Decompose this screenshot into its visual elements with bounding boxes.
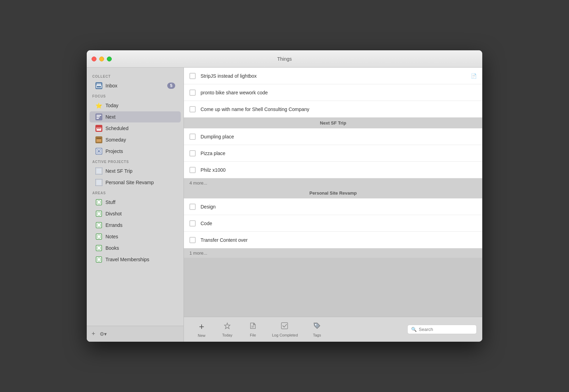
titlebar: Things: [87, 50, 482, 68]
sidebar-scroll: COLLECT Inbox 5 FOCUS: [87, 68, 184, 326]
task-row[interactable]: StripJS instead of lightbox 📄: [184, 68, 482, 84]
window-title: Things: [277, 56, 292, 62]
sidebar-item-next[interactable]: Next: [90, 111, 181, 122]
new-icon: +: [199, 321, 204, 332]
tags-label: Tags: [313, 333, 321, 337]
task-row[interactable]: Design: [184, 198, 482, 215]
task-text-2: pronto bike share wework code: [201, 90, 477, 95]
new-label: New: [198, 333, 205, 338]
tags-icon: [313, 322, 321, 332]
log-completed-button[interactable]: Log Completed: [266, 320, 304, 339]
tags-button[interactable]: Tags: [305, 320, 329, 339]
stuff-label: Stuff: [105, 199, 175, 205]
svg-rect-1: [96, 84, 101, 84]
task-row[interactable]: pronto bike share wework code: [184, 84, 482, 101]
sidebar: COLLECT Inbox 5 FOCUS: [87, 68, 184, 342]
inbox-icon-wrap: [95, 82, 103, 90]
task-checkbox-5[interactable]: [189, 150, 196, 156]
task-checkbox-7[interactable]: [189, 204, 196, 210]
task-row[interactable]: Dumpling place: [184, 128, 482, 145]
today-button[interactable]: Today: [215, 320, 239, 339]
task-checkbox-6[interactable]: [189, 167, 196, 173]
active-projects-header: ACTIVE PROJECTS: [87, 157, 184, 165]
sidebar-item-scheduled[interactable]: Scheduled: [90, 123, 181, 134]
sidebar-item-someday[interactable]: Someday: [90, 134, 181, 145]
task-row[interactable]: Transfer Content over: [184, 232, 482, 248]
someday-label: Someday: [105, 137, 175, 143]
sidebar-item-inbox[interactable]: Inbox 5: [90, 80, 181, 91]
personal-site-revamp-icon: [95, 179, 103, 186]
search-input[interactable]: [419, 327, 473, 332]
scheduled-label: Scheduled: [105, 126, 175, 131]
books-label: Books: [105, 245, 175, 251]
sidebar-item-errands[interactable]: Errands: [90, 220, 181, 231]
next-sf-trip-label: Next SF Trip: [105, 168, 175, 174]
task-row[interactable]: Philz x1000: [184, 162, 482, 178]
today-label: Today: [105, 103, 175, 108]
today-toolbar-label: Today: [222, 333, 232, 337]
file-label: File: [250, 333, 256, 337]
task-text-7: Design: [201, 204, 477, 210]
personal-site-revamp-more[interactable]: 1 more...: [184, 248, 482, 258]
personal-site-revamp-label: Personal Site Revamp: [105, 180, 175, 185]
svg-rect-12: [97, 128, 98, 129]
task-checkbox-3[interactable]: [189, 106, 196, 112]
areas-header: AREAS: [87, 188, 184, 196]
content-area: StripJS instead of lightbox 📄 pronto bik…: [184, 68, 482, 342]
sidebar-item-divshot[interactable]: Divshot: [90, 208, 181, 219]
errands-icon: [95, 221, 103, 229]
task-checkbox-4[interactable]: [189, 134, 196, 140]
sidebar-item-today[interactable]: ⭐ Today: [90, 100, 181, 111]
svg-point-28: [315, 324, 316, 325]
new-button[interactable]: + New: [189, 319, 214, 340]
svg-rect-14: [100, 128, 101, 129]
add-button[interactable]: +: [92, 330, 95, 338]
today-toolbar-icon: [223, 322, 231, 332]
svg-rect-13: [99, 128, 100, 129]
next-sf-trip-more[interactable]: 4 more...: [184, 178, 482, 188]
main-content: COLLECT Inbox 5 FOCUS: [87, 68, 482, 342]
task-row[interactable]: Come up with name for Shell Consulting C…: [184, 101, 482, 118]
projects-icon: [95, 147, 103, 155]
task-text-1: StripJS instead of lightbox: [201, 73, 468, 79]
sidebar-item-projects[interactable]: Projects: [90, 146, 181, 157]
errands-label: Errands: [105, 222, 175, 228]
svg-rect-11: [100, 126, 100, 127]
task-row[interactable]: Pizza place: [184, 145, 482, 162]
travel-memberships-label: Travel Memberships: [105, 257, 175, 262]
task-row[interactable]: Code: [184, 215, 482, 232]
task-list: StripJS instead of lightbox 📄 pronto bik…: [184, 68, 482, 317]
notes-label: Notes: [105, 234, 175, 239]
task-text-8: Code: [201, 221, 477, 226]
notes-icon: [95, 233, 103, 240]
task-text-5: Pizza place: [201, 151, 477, 156]
traffic-lights: [92, 57, 112, 61]
task-text-4: Dumpling place: [201, 134, 477, 139]
svg-rect-5: [96, 117, 100, 118]
sidebar-item-travel-memberships[interactable]: Travel Memberships: [90, 254, 181, 265]
maximize-button[interactable]: [107, 57, 112, 61]
svg-rect-10: [97, 126, 98, 127]
next-label: Next: [105, 114, 175, 120]
task-checkbox-1[interactable]: [189, 73, 196, 79]
close-button[interactable]: [92, 57, 96, 61]
sidebar-item-notes[interactable]: Notes: [90, 231, 181, 242]
sidebar-item-personal-site-revamp[interactable]: Personal Site Revamp: [90, 177, 181, 188]
sidebar-item-next-sf-trip[interactable]: Next SF Trip: [90, 165, 181, 177]
sidebar-item-stuff[interactable]: Stuff: [90, 197, 181, 208]
task-text-3: Come up with name for Shell Consulting C…: [201, 106, 477, 112]
search-box[interactable]: 🔍: [407, 325, 477, 334]
svg-rect-27: [281, 323, 288, 329]
log-completed-icon: [281, 322, 289, 332]
file-button[interactable]: File: [241, 320, 265, 339]
projects-label: Projects: [105, 148, 175, 154]
task-checkbox-9[interactable]: [189, 237, 196, 243]
task-checkbox-8[interactable]: [189, 220, 196, 227]
task-checkbox-2[interactable]: [189, 90, 196, 96]
svg-marker-24: [250, 323, 255, 329]
minimize-button[interactable]: [99, 57, 104, 61]
svg-rect-23: [96, 180, 101, 185]
inbox-label: Inbox: [105, 83, 167, 88]
settings-button[interactable]: ⚙︎▾: [100, 331, 107, 337]
sidebar-item-books[interactable]: Books: [90, 242, 181, 254]
